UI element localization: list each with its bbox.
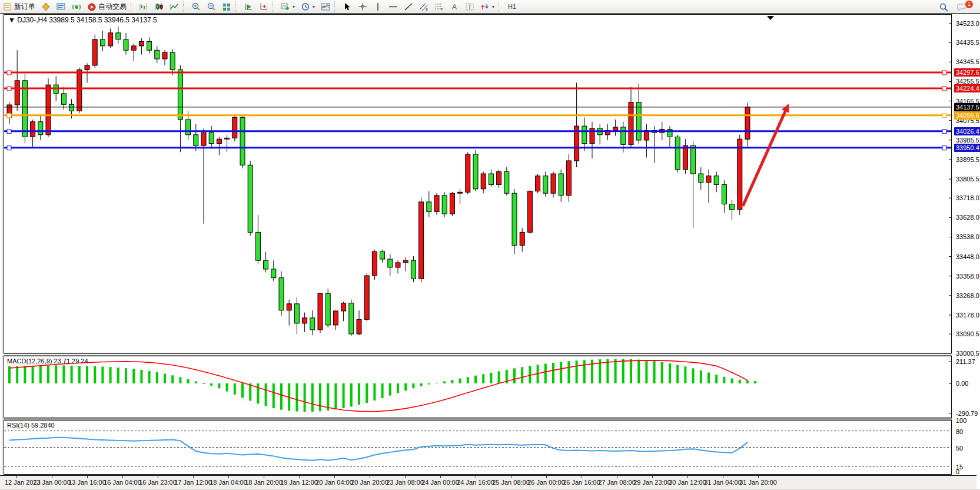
trend-line-tool-button[interactable] <box>401 0 416 13</box>
candle <box>722 184 726 204</box>
equidistant-channel-tool-button[interactable]: E <box>416 0 431 13</box>
rsi-indicator-canvas[interactable]: RSI(14) 59.2840 <box>4 420 952 475</box>
time-axis-label: 13 Jan 00:00 <box>33 479 71 486</box>
new-order-button[interactable]: 新订单 <box>0 0 38 13</box>
candle <box>357 319 361 334</box>
time-tick <box>122 476 123 478</box>
templates-button[interactable] <box>318 0 333 13</box>
candle <box>543 176 548 193</box>
candle <box>248 165 253 232</box>
price-tick-label: 34523.0 <box>956 20 979 27</box>
candle <box>325 293 330 325</box>
line-handle <box>942 87 946 91</box>
candle <box>691 145 696 174</box>
time-tick <box>476 476 476 478</box>
crosshair-icon <box>358 2 367 11</box>
line-handle <box>7 146 11 150</box>
time-axis-label: 26 Jan 16:00 <box>563 479 600 486</box>
time-axis-label: 18 Jan 04:00 <box>210 479 247 486</box>
time-axis-label: 27 Jan 08:00 <box>598 479 636 486</box>
zoom-out-button[interactable] <box>204 0 219 13</box>
time-tick <box>405 476 406 478</box>
text-icon: A <box>450 2 459 11</box>
candle <box>419 202 424 279</box>
line-handle <box>7 130 11 134</box>
candle <box>403 260 408 263</box>
auto-scroll-button[interactable] <box>241 0 256 13</box>
vertical-line-tool-button[interactable] <box>370 0 386 13</box>
candle <box>240 117 245 165</box>
candle <box>536 176 540 191</box>
time-axis-label: 17 Jan 12:00 <box>174 479 212 486</box>
candle <box>566 161 571 196</box>
cursor-tool-button[interactable] <box>340 0 355 13</box>
candle <box>108 33 113 46</box>
candle <box>706 176 711 183</box>
window-left-frame <box>2 14 2 490</box>
bar-chart-button[interactable] <box>136 0 151 13</box>
fibonacci-tool-button[interactable]: F <box>431 0 447 13</box>
candle <box>31 122 35 137</box>
candle <box>287 304 291 310</box>
time-axis-label: 26 Jan 00:00 <box>527 479 565 486</box>
crosshair-tool-button[interactable] <box>355 0 370 13</box>
time-tick <box>193 476 194 478</box>
indicators-button[interactable]: ▾ <box>278 0 298 13</box>
candle <box>170 52 175 69</box>
periods-icon <box>301 2 310 11</box>
time-tick <box>52 476 52 478</box>
candle <box>341 303 346 311</box>
candle <box>310 318 315 330</box>
price-tick-label: 33538.0 <box>956 233 979 240</box>
time-axis[interactable]: 12 Jan 202313 Jan 00:0013 Jan 16:0016 Ja… <box>0 475 976 490</box>
periods-button[interactable]: ▾ <box>298 0 318 13</box>
candle <box>714 176 719 185</box>
timeframe-H1[interactable]: H1 <box>504 0 524 13</box>
horizontal-line-tool-button[interactable] <box>386 0 401 13</box>
price-badge: 33950.4 <box>954 144 980 152</box>
time-tick <box>264 476 264 478</box>
candle <box>178 69 182 120</box>
arrows-tool-button[interactable]: ▾ <box>477 0 497 13</box>
search-icon[interactable] <box>939 2 948 11</box>
candle <box>294 304 299 323</box>
main-chart-canvas[interactable]: ▼ DJ30-,H4 33989.5 34158.5 33946.5 34137… <box>4 14 952 353</box>
new-order-label: 新订单 <box>14 2 35 12</box>
line-chart-button[interactable] <box>167 0 182 13</box>
price-tick-label: 33090.5 <box>956 330 979 337</box>
chart-shift-button[interactable] <box>256 0 271 13</box>
macd-indicator-canvas[interactable]: MACD(12,26,9) 23.71 29.24 <box>4 356 952 418</box>
candle <box>147 42 152 51</box>
price-tick-label: 33358.0 <box>956 273 979 280</box>
zoom-in-button[interactable] <box>188 0 204 13</box>
svg-text:T: T <box>468 4 471 10</box>
candlestick-chart-icon <box>154 2 164 11</box>
text-label-tool-button[interactable]: T <box>462 0 477 13</box>
fibonacci-icon: F <box>434 2 444 11</box>
price-badge: 34224.4 <box>954 84 980 92</box>
candle <box>683 145 687 169</box>
horizontal-line-objects[interactable] <box>4 71 952 150</box>
price-axis[interactable]: 34523.034435.534345.534255.534165.534075… <box>952 14 980 490</box>
candle <box>201 133 206 145</box>
candle <box>527 191 532 232</box>
candle <box>551 174 556 193</box>
autotrading-button[interactable]: 自动交易 <box>84 0 129 13</box>
text-tool-button[interactable]: A <box>447 0 462 13</box>
candle <box>396 263 400 267</box>
candlestick-chart-button[interactable] <box>151 0 167 13</box>
macd-panel-border <box>4 356 952 418</box>
tile-windows-button[interactable] <box>219 0 234 13</box>
market-watch-button[interactable] <box>54 0 69 13</box>
price-tick-label: 34345.5 <box>956 58 979 65</box>
gold-chart-button[interactable] <box>38 0 54 13</box>
line-handle <box>7 114 11 118</box>
candle <box>497 171 501 184</box>
candle <box>442 196 447 214</box>
candle <box>636 102 641 140</box>
candle <box>209 133 214 143</box>
signals-button[interactable] <box>69 0 84 13</box>
candle <box>489 174 493 184</box>
line-handle <box>942 130 946 134</box>
chat-notifications-icon[interactable]: 1 <box>956 2 969 11</box>
